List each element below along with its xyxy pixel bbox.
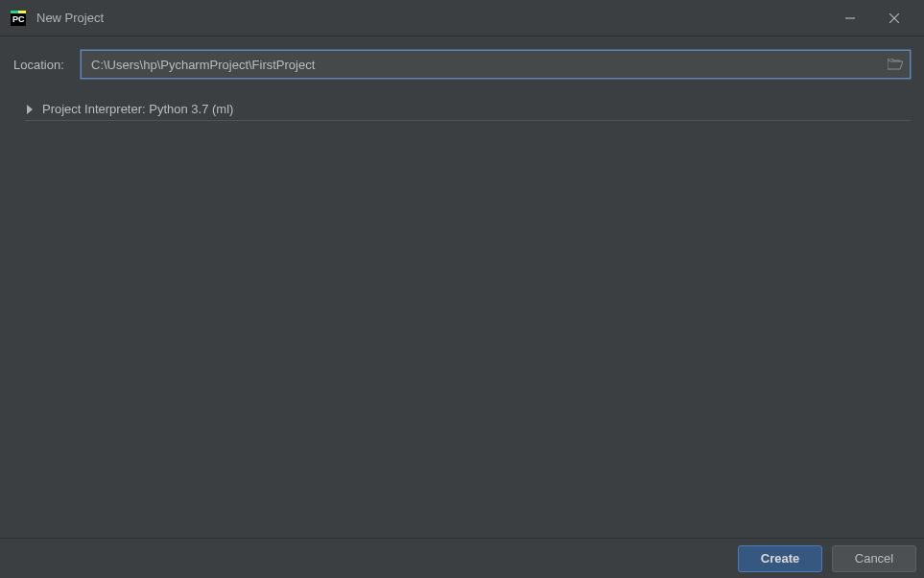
location-label: Location: bbox=[13, 58, 71, 72]
svg-rect-1 bbox=[11, 11, 18, 13]
create-button[interactable]: Create bbox=[738, 545, 822, 572]
window-title: New Project bbox=[36, 11, 828, 25]
svg-rect-2 bbox=[18, 11, 26, 13]
interpreter-label: Project Interpreter: Python 3.7 (ml) bbox=[42, 102, 233, 116]
browse-folder-icon[interactable] bbox=[881, 51, 910, 78]
content-area: Location: Project Interpreter: Python 3.… bbox=[0, 36, 924, 134]
svg-text:PC: PC bbox=[12, 14, 25, 24]
chevron-right-icon bbox=[25, 105, 35, 114]
window-controls bbox=[828, 1, 916, 36]
titlebar: PC New Project bbox=[0, 0, 924, 36]
location-row: Location: bbox=[13, 50, 911, 79]
pycharm-icon: PC bbox=[10, 10, 27, 27]
location-input-wrap bbox=[81, 50, 911, 79]
location-input[interactable] bbox=[82, 51, 881, 78]
close-button[interactable] bbox=[872, 1, 916, 36]
cancel-button[interactable]: Cancel bbox=[832, 545, 916, 572]
button-bar: Create Cancel bbox=[0, 538, 924, 578]
minimize-button[interactable] bbox=[828, 1, 872, 36]
interpreter-row[interactable]: Project Interpreter: Python 3.7 (ml) bbox=[25, 98, 911, 121]
